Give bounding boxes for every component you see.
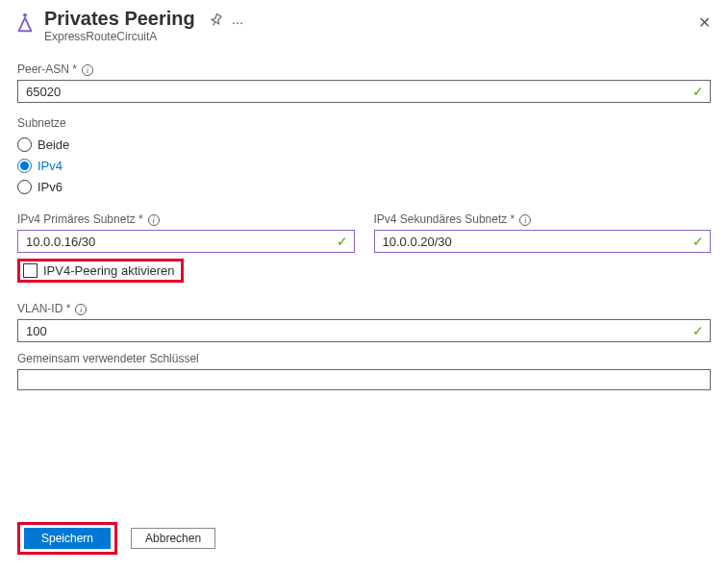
- radio-both[interactable]: Beide: [17, 134, 711, 155]
- save-highlight: Speichern: [17, 522, 117, 555]
- peer-asn-value: 65020: [26, 85, 61, 99]
- vlan-value: 100: [26, 324, 47, 338]
- page-subtitle: ExpressRouteCircuitA: [44, 30, 195, 43]
- shared-key-input[interactable]: [17, 369, 711, 390]
- primary-subnet-value: 10.0.0.16/30: [26, 235, 95, 249]
- info-icon[interactable]: i: [519, 214, 531, 226]
- radio-ipv4-label: IPv4: [38, 159, 63, 173]
- subnet-fields-row: IPv4 Primäres Subnetz i 10.0.0.16/30 ✓ I…: [17, 203, 711, 253]
- enable-ipv4-label: IPV4-Peering aktivieren: [43, 263, 175, 278]
- vlan-label: VLAN-ID: [17, 302, 70, 315]
- check-icon: ✓: [692, 234, 704, 249]
- vlan-input[interactable]: 100 ✓: [17, 319, 711, 342]
- title-group: Privates Peering ExpressRouteCircuitA: [44, 8, 195, 43]
- secondary-label-row: IPv4 Sekundäres Subnetz i: [374, 203, 712, 230]
- footer-actions: Speichern Abbrechen: [17, 522, 215, 555]
- enable-ipv4-checkbox[interactable]: [23, 263, 38, 278]
- radio-ipv6-label: IPv6: [38, 180, 63, 194]
- title-actions: ···: [209, 13, 244, 30]
- pin-icon[interactable]: [205, 12, 225, 33]
- peer-asn-label-row: Peer-ASN i: [17, 53, 711, 80]
- peer-asn-input[interactable]: 65020 ✓: [17, 80, 711, 103]
- svg-point-0: [23, 13, 27, 17]
- check-icon: ✓: [337, 234, 348, 249]
- radio-ipv6[interactable]: IPv6: [17, 176, 711, 197]
- cancel-button[interactable]: Abbrechen: [131, 528, 215, 549]
- app-icon: [12, 10, 38, 37]
- enable-ipv4-highlight: IPV4-Peering aktivieren: [17, 259, 184, 283]
- info-icon[interactable]: i: [82, 64, 93, 76]
- page-title: Privates Peering: [44, 8, 195, 29]
- check-icon: ✓: [692, 323, 704, 338]
- info-icon[interactable]: i: [148, 214, 160, 226]
- save-button[interactable]: Speichern: [24, 528, 111, 549]
- radio-ipv4[interactable]: IPv4: [17, 155, 711, 176]
- peer-asn-label: Peer-ASN: [17, 62, 77, 76]
- check-icon: ✓: [692, 84, 704, 99]
- subnets-label: Subnetze: [17, 116, 711, 130]
- shared-key-label: Gemeinsam verwendeter Schlüssel: [17, 352, 711, 365]
- secondary-subnet-value: 10.0.0.20/30: [383, 235, 452, 249]
- secondary-subnet-label: IPv4 Sekundäres Subnetz: [374, 212, 515, 226]
- primary-subnet-input[interactable]: 10.0.0.16/30 ✓: [17, 230, 355, 253]
- close-icon[interactable]: ✕: [698, 13, 711, 32]
- secondary-subnet-input[interactable]: 10.0.0.20/30 ✓: [374, 230, 712, 253]
- info-icon[interactable]: i: [75, 304, 87, 315]
- radio-both-label: Beide: [38, 137, 69, 152]
- vlan-label-row: VLAN-ID i: [17, 292, 711, 319]
- more-icon[interactable]: ···: [232, 13, 244, 30]
- primary-label-row: IPv4 Primäres Subnetz i: [17, 203, 355, 230]
- primary-subnet-label: IPv4 Primäres Subnetz: [17, 212, 143, 226]
- blade-header: Privates Peering ExpressRouteCircuitA ··…: [0, 0, 728, 47]
